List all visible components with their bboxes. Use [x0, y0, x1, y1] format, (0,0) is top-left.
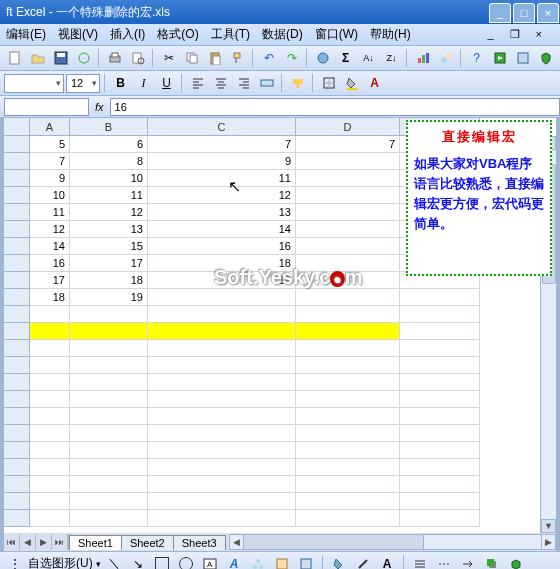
cell[interactable]: [296, 306, 400, 323]
align-center-icon[interactable]: [210, 73, 231, 94]
menu-data[interactable]: 数据(D): [262, 26, 303, 43]
scroll-down-icon[interactable]: ▼: [541, 519, 556, 533]
cell[interactable]: [296, 221, 400, 238]
cell[interactable]: [70, 459, 148, 476]
cell[interactable]: [30, 408, 70, 425]
cell[interactable]: 13: [148, 204, 296, 221]
cell[interactable]: [400, 459, 480, 476]
italic-button[interactable]: I: [133, 73, 154, 94]
cell[interactable]: [30, 510, 70, 527]
cell[interactable]: [296, 340, 400, 357]
row-header[interactable]: [4, 493, 30, 510]
cell[interactable]: [400, 289, 480, 306]
row-header[interactable]: [4, 323, 30, 340]
tab-first-icon[interactable]: ⏮: [4, 534, 20, 550]
3d-icon[interactable]: [506, 553, 527, 569]
row-header[interactable]: [4, 374, 30, 391]
cell[interactable]: [30, 306, 70, 323]
maximize-button[interactable]: □: [513, 3, 535, 23]
cut-icon[interactable]: ✂: [158, 48, 179, 69]
cell[interactable]: [296, 510, 400, 527]
row-header[interactable]: [4, 442, 30, 459]
row-header[interactable]: [4, 238, 30, 255]
row-header[interactable]: [4, 255, 30, 272]
redo-icon[interactable]: ↷: [281, 48, 302, 69]
cell[interactable]: 5: [30, 136, 70, 153]
cell[interactable]: [400, 391, 480, 408]
sheet-tab-3[interactable]: Sheet3: [173, 535, 226, 550]
scroll-left-icon[interactable]: ◀: [230, 535, 244, 549]
open-icon[interactable]: [27, 48, 48, 69]
cell[interactable]: 9: [30, 170, 70, 187]
cell[interactable]: [296, 459, 400, 476]
dash-style-icon[interactable]: [434, 553, 455, 569]
scroll-right-icon[interactable]: ▶: [541, 535, 555, 549]
cell[interactable]: [70, 442, 148, 459]
cell[interactable]: [148, 510, 296, 527]
cell[interactable]: 17: [70, 255, 148, 272]
cell[interactable]: [400, 476, 480, 493]
preview-icon[interactable]: [127, 48, 148, 69]
cell[interactable]: [148, 357, 296, 374]
cell[interactable]: 7: [30, 153, 70, 170]
cell[interactable]: [148, 425, 296, 442]
cell[interactable]: [296, 238, 400, 255]
paste-icon[interactable]: [204, 48, 225, 69]
cell[interactable]: [296, 374, 400, 391]
cell[interactable]: [296, 255, 400, 272]
cell[interactable]: [148, 323, 296, 340]
drawing-icon[interactable]: [435, 48, 456, 69]
cell[interactable]: [30, 476, 70, 493]
cell[interactable]: 14: [30, 238, 70, 255]
doc-close-button[interactable]: ×: [536, 28, 542, 41]
menu-help[interactable]: 帮助(H): [370, 26, 411, 43]
font-combo[interactable]: [4, 74, 64, 93]
cell[interactable]: [296, 187, 400, 204]
cell[interactable]: [148, 442, 296, 459]
line-color-icon[interactable]: [353, 553, 374, 569]
cell[interactable]: 19: [148, 272, 296, 289]
cell[interactable]: [400, 306, 480, 323]
vba-icon[interactable]: [512, 48, 533, 69]
cell[interactable]: 18: [70, 272, 148, 289]
save-icon[interactable]: [50, 48, 71, 69]
cell[interactable]: [30, 442, 70, 459]
arrow-style-icon[interactable]: [458, 553, 479, 569]
macro-icon[interactable]: [489, 48, 510, 69]
minimize-button[interactable]: _: [489, 3, 511, 23]
doc-minimize-button[interactable]: _: [487, 28, 493, 41]
wordart-icon[interactable]: A: [224, 553, 245, 569]
row-header[interactable]: [4, 136, 30, 153]
diagram-icon[interactable]: [248, 553, 269, 569]
chart-icon[interactable]: [412, 48, 433, 69]
cell[interactable]: [30, 425, 70, 442]
cell[interactable]: [70, 340, 148, 357]
row-header[interactable]: [4, 357, 30, 374]
select-all-corner[interactable]: [4, 118, 30, 136]
cell[interactable]: 16: [30, 255, 70, 272]
cell[interactable]: [70, 357, 148, 374]
cell[interactable]: [296, 357, 400, 374]
underline-button[interactable]: U: [156, 73, 177, 94]
cell[interactable]: [148, 289, 296, 306]
cell[interactable]: [148, 408, 296, 425]
cell[interactable]: 10: [30, 187, 70, 204]
row-header[interactable]: [4, 289, 30, 306]
tab-prev-icon[interactable]: ◀: [20, 534, 36, 550]
row-header[interactable]: [4, 204, 30, 221]
cell[interactable]: 16: [148, 238, 296, 255]
cell[interactable]: [296, 476, 400, 493]
cell[interactable]: 18: [148, 255, 296, 272]
line-icon[interactable]: ＼: [104, 553, 125, 569]
cell[interactable]: [296, 272, 400, 289]
help-icon[interactable]: ?: [466, 48, 487, 69]
cell[interactable]: [400, 340, 480, 357]
arrow-icon[interactable]: ↘: [128, 553, 149, 569]
doc-restore-button[interactable]: ❐: [510, 28, 520, 41]
name-box[interactable]: [4, 98, 89, 116]
row-header[interactable]: [4, 408, 30, 425]
cell[interactable]: [30, 323, 70, 340]
cell[interactable]: [30, 340, 70, 357]
row-header[interactable]: [4, 425, 30, 442]
formula-input[interactable]: 16: [110, 98, 560, 116]
